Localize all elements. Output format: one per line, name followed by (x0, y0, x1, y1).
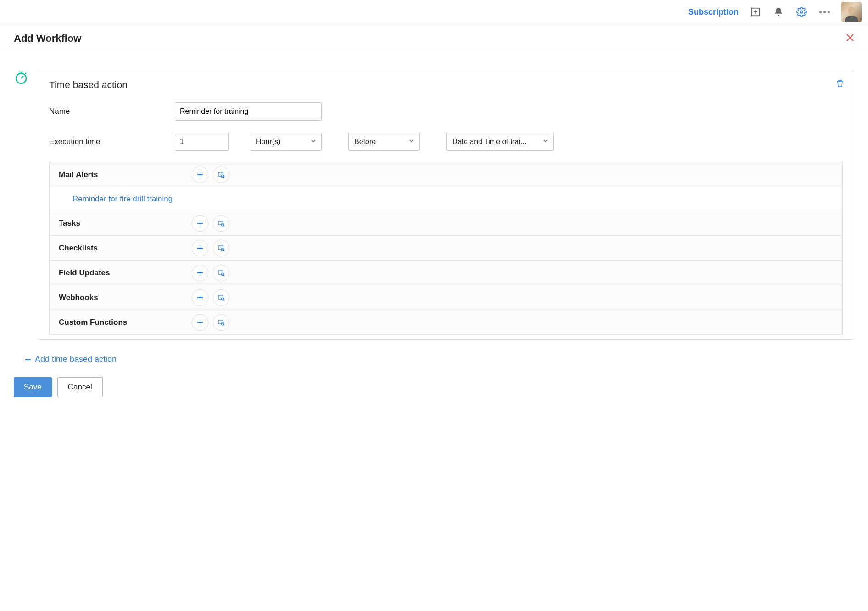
name-input[interactable] (175, 102, 322, 121)
svg-rect-19 (218, 221, 223, 225)
svg-line-26 (223, 250, 224, 251)
associate-task-button[interactable] (213, 215, 229, 232)
page-header: Add Workflow (0, 24, 868, 51)
top-bar: Subscription (0, 0, 868, 24)
svg-point-4 (848, 7, 855, 14)
svg-rect-29 (218, 271, 223, 274)
checklists-label: Checklists (59, 244, 192, 253)
svg-line-41 (223, 325, 224, 326)
card-title: Time based action (49, 79, 843, 90)
svg-line-36 (223, 300, 224, 301)
exec-time-label: Execution time (49, 137, 168, 146)
tasks-row: Tasks (50, 211, 842, 236)
exec-relation-select[interactable]: Before (348, 133, 420, 151)
add-checklist-button[interactable] (192, 240, 208, 256)
mail-alert-link[interactable]: Reminder for fire drill training (72, 194, 172, 204)
associate-checklist-button[interactable] (213, 240, 229, 256)
svg-line-8 (21, 76, 23, 78)
add-task-button[interactable] (192, 215, 208, 232)
svg-rect-39 (218, 320, 223, 324)
webhooks-label: Webhooks (59, 293, 192, 302)
tasks-label: Tasks (59, 219, 192, 228)
checklists-row: Checklists (50, 236, 842, 261)
svg-rect-24 (218, 246, 223, 250)
svg-line-21 (223, 226, 224, 227)
subscription-link[interactable]: Subscription (688, 7, 739, 17)
time-action-card: Time based action Name Execution time Ho… (38, 70, 854, 340)
svg-line-16 (223, 177, 224, 178)
exec-field-select[interactable]: Date and Time of trai... (446, 133, 554, 151)
svg-line-31 (223, 275, 224, 276)
main-content: Time based action Name Execution time Ho… (0, 51, 868, 411)
add-custom-function-button[interactable] (192, 314, 208, 331)
field-updates-row: Field Updates (50, 261, 842, 285)
svg-rect-14 (218, 172, 223, 176)
close-button[interactable] (846, 33, 854, 44)
action-list: Mail Alerts Reminder for fire drill trai… (49, 162, 843, 335)
add-webhook-button[interactable] (192, 289, 208, 306)
add-mail-alert-button[interactable] (192, 167, 208, 183)
associate-custom-function-button[interactable] (213, 314, 229, 331)
add-time-action-link[interactable]: Add time based action (14, 355, 854, 364)
associate-mail-alert-button[interactable] (213, 167, 229, 183)
custom-functions-label: Custom Functions (59, 318, 192, 327)
page-title: Add Workflow (14, 33, 81, 44)
name-label: Name (49, 107, 168, 116)
associate-webhook-button[interactable] (213, 289, 229, 306)
chevron-down-icon (542, 138, 549, 146)
mail-alerts-label: Mail Alerts (59, 170, 192, 179)
associate-field-update-button[interactable] (213, 265, 229, 281)
exec-number-input[interactable] (175, 133, 229, 151)
mail-alert-item: Reminder for fire drill training (50, 187, 842, 211)
timer-icon (14, 70, 29, 85)
add-time-action-label: Add time based action (35, 355, 117, 364)
chevron-down-icon (310, 138, 317, 146)
notifications-icon[interactable] (773, 6, 785, 18)
svg-line-11 (25, 73, 26, 74)
delete-action-button[interactable] (836, 79, 844, 89)
exec-unit-select[interactable]: Hour(s) (250, 133, 322, 151)
custom-functions-row: Custom Functions (50, 310, 842, 335)
create-new-icon[interactable] (750, 6, 762, 18)
footer-buttons: Save Cancel (14, 377, 854, 397)
chevron-down-icon (408, 138, 415, 146)
svg-rect-34 (218, 295, 223, 299)
add-field-update-button[interactable] (192, 265, 208, 281)
webhooks-row: Webhooks (50, 285, 842, 310)
user-avatar[interactable] (841, 2, 862, 22)
mail-alerts-row: Mail Alerts (50, 162, 842, 187)
svg-point-3 (800, 11, 803, 13)
settings-icon[interactable] (796, 6, 807, 18)
svg-point-7 (16, 73, 26, 83)
more-icon[interactable] (818, 6, 830, 18)
cancel-button[interactable]: Cancel (57, 377, 103, 397)
save-button[interactable]: Save (14, 377, 52, 397)
field-updates-label: Field Updates (59, 268, 192, 278)
